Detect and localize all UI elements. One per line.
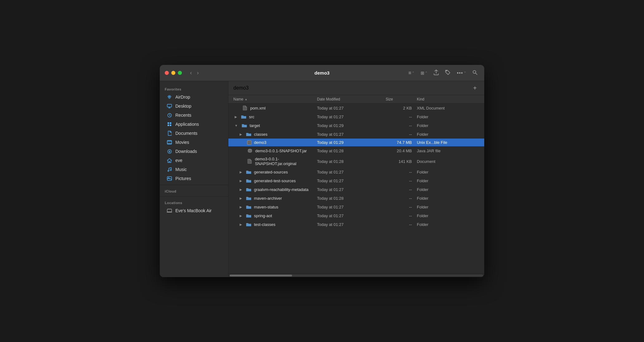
file-name-cell: ▶ maven-archiver	[238, 195, 317, 201]
maximize-button[interactable]	[178, 71, 182, 75]
table-row[interactable]: ▶ maven-status Today at 01:27 -- Folder	[228, 203, 484, 211]
search-button[interactable]	[471, 69, 479, 77]
folder-icon	[246, 222, 251, 227]
favorites-label: Favorites	[160, 85, 228, 92]
file-date: Today at 01:28	[317, 196, 386, 201]
sidebar-item-applications[interactable]: Applications	[162, 120, 226, 129]
table-row[interactable]: ▶ graalvm-reachability-metadata Today at…	[228, 185, 484, 194]
table-row[interactable]: ▶ spring-aot Today at 01:27 -- Folder	[228, 211, 484, 220]
sidebar-item-airdrop[interactable]: AirDrop	[162, 93, 226, 101]
sidebar-item-pictures[interactable]: Pictures	[162, 174, 226, 183]
expand-button[interactable]: ▶	[238, 170, 243, 174]
minimize-button[interactable]	[171, 71, 175, 75]
file-name-cell: ▶ src	[233, 114, 317, 120]
scrollbar-container	[228, 273, 484, 277]
table-row[interactable]: ▶ generated-sources Today at 01:27 -- Fo…	[228, 168, 484, 176]
folder-icon	[246, 213, 251, 218]
scrollbar-thumb[interactable]	[230, 275, 292, 276]
scrollbar-track[interactable]	[230, 275, 483, 276]
file-kind: Folder	[417, 132, 479, 137]
table-row[interactable]: demo3 Today at 01:29 74.7 MB Unix Ex...b…	[228, 139, 484, 146]
recents-label: Recents	[175, 113, 191, 118]
table-row[interactable]: ▶ test-classes Today at 01:27 -- Folder	[228, 220, 484, 229]
sidebar-item-music[interactable]: Music	[162, 165, 226, 174]
date-col-header[interactable]: Date Modified	[317, 97, 386, 101]
file-size: 74.7 MB	[386, 140, 417, 145]
add-button[interactable]: +	[471, 84, 479, 92]
share-button[interactable]	[432, 68, 441, 78]
airdrop-icon	[167, 94, 172, 100]
expand-button[interactable]: ▶	[238, 133, 243, 136]
file-name-cell: ▶ graalvm-reachability-metadata	[238, 187, 317, 192]
svg-rect-15	[167, 209, 172, 212]
table-row[interactable]: ▶ src Today at 01:27 -- Folder	[228, 112, 484, 121]
table-row[interactable]: ▶ maven-archiver Today at 01:28 -- Folde…	[228, 194, 484, 203]
airdrop-label: AirDrop	[175, 95, 190, 100]
file-name: generated-sources	[254, 170, 288, 174]
file-name: demo3	[254, 140, 266, 145]
table-row[interactable]: ▶ classes Today at 01:27 -- Folder	[228, 130, 484, 139]
file-pane: demo3 + Name ▲ Date Modified Size Kind	[228, 81, 484, 277]
file-kind: Folder	[417, 123, 479, 128]
expand-button[interactable]: ▶	[238, 197, 243, 200]
applications-icon	[167, 121, 172, 127]
sidebar-item-eve[interactable]: eve	[162, 156, 226, 165]
file-name: src	[249, 115, 254, 119]
sidebar-item-recents[interactable]: Recents	[162, 111, 226, 120]
breadcrumb-bar: demo3 +	[228, 81, 484, 95]
expand-button[interactable]: ▼	[233, 124, 239, 127]
expand-button[interactable]: ▶	[238, 223, 243, 226]
file-list: pom.xml Today at 01:27 2 KB XML Document…	[228, 104, 484, 273]
expand-button[interactable]: ▶	[233, 115, 238, 119]
file-date: Today at 01:27	[317, 132, 386, 137]
sidebar-item-desktop[interactable]: Desktop	[162, 102, 226, 110]
table-row[interactable]: pom.xml Today at 01:27 2 KB XML Document	[228, 104, 484, 112]
file-date: Today at 01:27	[317, 170, 386, 174]
kind-col-header[interactable]: Kind	[417, 97, 479, 101]
list-view-icon: ≡	[408, 70, 411, 76]
file-kind: Folder	[417, 115, 479, 119]
sidebar-item-macbook[interactable]: Eve's MacBook Air	[162, 206, 226, 215]
file-name-cell: ▶ spring-aot	[238, 213, 317, 218]
svg-rect-3	[167, 104, 172, 107]
tag-button[interactable]	[443, 68, 452, 78]
close-button[interactable]	[165, 71, 169, 75]
sidebar-item-downloads[interactable]: Downloads	[162, 147, 226, 156]
svg-rect-8	[170, 125, 171, 126]
forward-button[interactable]: ›	[195, 68, 201, 77]
titlebar: ‹ › demo3 ≡ ⌃ ⊞ ⌃	[160, 65, 484, 81]
file-name: classes	[254, 132, 267, 137]
breadcrumb-title: demo3	[233, 85, 249, 91]
expand-button[interactable]: ▶	[238, 205, 243, 209]
file-date: Today at 01:27	[317, 213, 386, 218]
grid-view-icon: ⊞	[421, 71, 424, 76]
file-date: Today at 01:27	[317, 222, 386, 227]
expand-button[interactable]: ▶	[238, 179, 243, 183]
file-kind: Document	[417, 159, 479, 164]
size-col-header[interactable]: Size	[386, 97, 417, 101]
expand-button[interactable]: ▶	[238, 214, 243, 217]
grid-view-chevron: ⌃	[425, 71, 427, 75]
more-button[interactable]: ••• ⌃	[455, 69, 468, 77]
sidebar-item-movies[interactable]: Movies	[162, 138, 226, 147]
table-row[interactable]: ▼ target Today at 01:29 -- Folder	[228, 121, 484, 130]
expand-button[interactable]: ▶	[238, 188, 243, 191]
folder-icon	[241, 114, 246, 120]
table-row[interactable]: demo3-0.0.1-SNAPSHOT.jar.original Today …	[228, 155, 484, 168]
music-icon	[167, 167, 172, 172]
grid-view-button[interactable]: ⊞ ⌃	[419, 69, 429, 77]
documents-label: Documents	[175, 131, 198, 136]
sidebar-item-documents[interactable]: Documents	[162, 129, 226, 138]
name-col-header[interactable]: Name ▲	[233, 97, 317, 101]
file-kind: Folder	[417, 205, 479, 209]
file-size: --	[386, 115, 417, 119]
home-icon	[167, 158, 172, 163]
file-name-cell: ▶ maven-status	[238, 204, 317, 210]
table-row[interactable]: demo3-0.0.1-SNAPSHOT.jar Today at 01:28 …	[228, 146, 484, 155]
macbook-label: Eve's MacBook Air	[175, 208, 212, 213]
list-view-button[interactable]: ≡ ⌃	[407, 69, 416, 77]
back-button[interactable]: ‹	[188, 68, 194, 77]
file-name: target	[250, 123, 260, 128]
table-row[interactable]: ▶ generated-test-sources Today at 01:27 …	[228, 176, 484, 185]
file-size: --	[386, 132, 417, 137]
